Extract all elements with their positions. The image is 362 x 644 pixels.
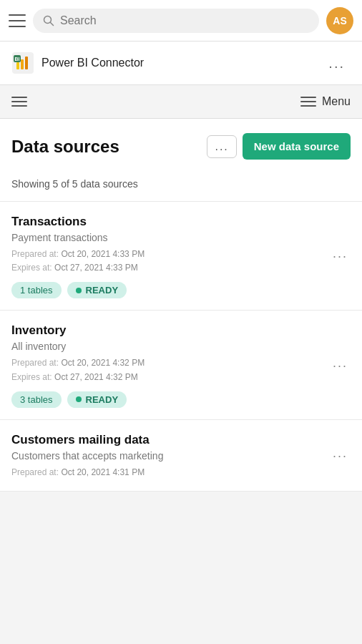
- prepared-label: Prepared at:: [11, 358, 59, 368]
- hamburger-icon[interactable]: [9, 14, 26, 27]
- page-more-button[interactable]: ...: [207, 135, 236, 158]
- datasource-customers-name: Customers mailing data: [11, 433, 330, 447]
- datasource-transactions-description: Payment transactions: [11, 232, 330, 243]
- menu-button[interactable]: Menu: [300, 95, 351, 108]
- datasource-item: Inventory All inventory Prepared at: Oct…: [0, 311, 362, 419]
- datasource-item-header: Transactions Payment transactions Prepar…: [11, 215, 351, 298]
- menu-lines-icon: [300, 97, 316, 107]
- status-label: READY: [86, 394, 119, 405]
- datasource-inventory-description: All inventory: [11, 341, 330, 352]
- datasource-inventory-content: Inventory All inventory Prepared at: Oct…: [11, 323, 330, 407]
- datasource-transactions-content: Transactions Payment transactions Prepar…: [11, 215, 330, 298]
- datasource-customers-description: Customers that accepts marketing: [11, 450, 330, 462]
- datasource-transactions-name: Transactions: [11, 215, 330, 229]
- connector-info: BI Power BI Connector: [11, 52, 144, 74]
- svg-rect-4: [21, 59, 24, 69]
- page-header: Data sources ... New data source: [0, 119, 362, 171]
- expires-value: Oct 27, 2021 4:32 PM: [54, 372, 138, 382]
- datasource-item: Transactions Payment transactions Prepar…: [0, 202, 362, 311]
- datasource-transactions-meta: Prepared at: Oct 20, 2021 4:33 PM Expire…: [11, 248, 330, 275]
- status-label: READY: [86, 285, 119, 296]
- tables-tag: 3 tables: [11, 391, 62, 408]
- connector-more-button[interactable]: ...: [323, 52, 351, 74]
- tables-tag: 1 tables: [11, 282, 62, 298]
- avatar[interactable]: AS: [326, 7, 353, 34]
- datasource-inventory-name: Inventory: [11, 323, 330, 338]
- connector-bar: BI Power BI Connector ...: [0, 42, 362, 85]
- powerbi-connector-icon: BI: [11, 52, 34, 74]
- sub-nav: Menu: [0, 85, 362, 119]
- expires-label: Expires at:: [11, 263, 52, 273]
- sub-nav-hamburger[interactable]: [11, 97, 27, 107]
- status-badge: READY: [67, 391, 127, 408]
- search-bar[interactable]: [33, 9, 319, 33]
- svg-text:BI: BI: [15, 57, 20, 62]
- expires-value: Oct 27, 2021 4:33 PM: [54, 263, 138, 273]
- datasource-inventory-more-button[interactable]: ···: [330, 358, 351, 374]
- status-badge: READY: [67, 282, 127, 298]
- status-dot: [76, 396, 82, 402]
- datasource-item: Customers mailing data Customers that ac…: [0, 420, 362, 492]
- showing-count: Showing 5 of 5 data sources: [0, 171, 362, 202]
- main-content: Data sources ... New data source Showing…: [0, 119, 362, 492]
- svg-rect-5: [25, 57, 28, 69]
- search-icon: [43, 15, 54, 26]
- prepared-value: Oct 20, 2021 4:32 PM: [61, 358, 145, 368]
- svg-line-1: [51, 22, 54, 25]
- datasource-item-header: Customers mailing data Customers that ac…: [11, 433, 351, 479]
- datasource-item-header: Inventory All inventory Prepared at: Oct…: [11, 323, 351, 407]
- prepared-label: Prepared at:: [11, 467, 59, 477]
- expires-label: Expires at:: [11, 372, 52, 382]
- prepared-value: Oct 20, 2021 4:33 PM: [61, 249, 145, 259]
- svg-rect-3: [16, 62, 19, 69]
- connector-name: Power BI Connector: [41, 57, 144, 69]
- datasource-inventory-tags: 3 tables READY: [11, 391, 330, 408]
- datasource-customers-content: Customers mailing data Customers that ac…: [11, 433, 330, 479]
- page-title: Data sources: [11, 137, 119, 157]
- status-dot: [76, 288, 82, 293]
- header-actions: ... New data source: [207, 133, 351, 160]
- datasource-customers-more-button[interactable]: ···: [330, 449, 351, 464]
- menu-label: Menu: [322, 95, 351, 108]
- datasource-transactions-tags: 1 tables READY: [11, 282, 330, 298]
- datasource-inventory-meta: Prepared at: Oct 20, 2021 4:32 PM Expire…: [11, 356, 330, 384]
- datasource-customers-meta: Prepared at: Oct 20, 2021 4:31 PM: [11, 466, 330, 479]
- new-datasource-button[interactable]: New data source: [243, 133, 351, 160]
- search-input[interactable]: [60, 14, 309, 27]
- prepared-label: Prepared at:: [11, 249, 59, 259]
- prepared-value: Oct 20, 2021 4:31 PM: [61, 467, 145, 477]
- datasource-transactions-more-button[interactable]: ···: [330, 249, 351, 264]
- top-bar: AS: [0, 0, 362, 42]
